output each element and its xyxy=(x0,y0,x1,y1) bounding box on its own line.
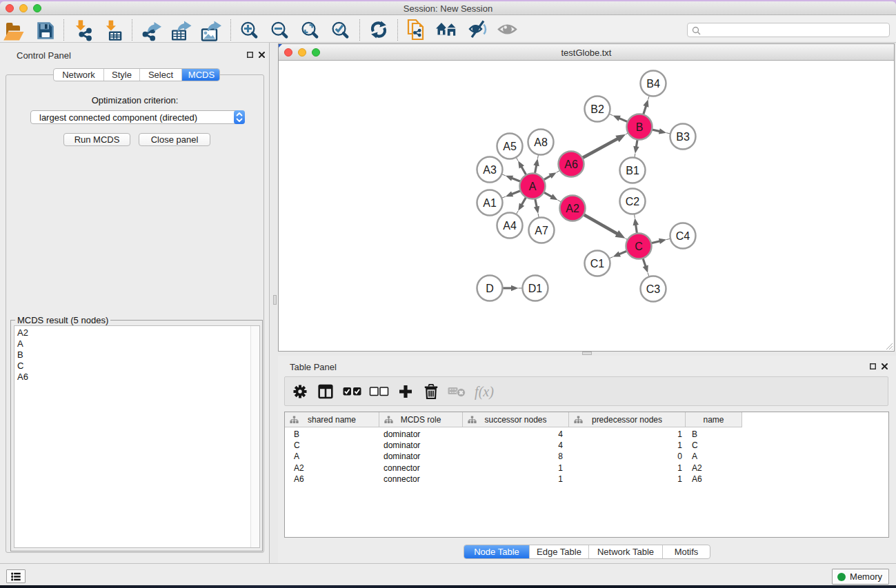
graph-node-B1[interactable]: B1 xyxy=(620,158,646,183)
network-graph[interactable]: B4B2BB3B1A5A8A6A3AA1C2A2A4A7C4CC1C3DD1 xyxy=(279,61,894,352)
table-row[interactable]: A2connector11A2 xyxy=(285,463,888,474)
edge-B-B4[interactable] xyxy=(643,96,649,115)
table-row[interactable]: Cdominator41C xyxy=(285,440,888,451)
mcds-result-item[interactable]: A2 xyxy=(14,327,259,338)
zoom-selected-icon[interactable] xyxy=(328,17,352,42)
import-table-icon[interactable] xyxy=(101,17,126,42)
open-folder-icon[interactable] xyxy=(1,17,26,42)
search-input[interactable] xyxy=(687,23,890,37)
graph-node-C2[interactable]: C2 xyxy=(620,189,646,214)
column-header-successor-nodes[interactable]: successor nodes xyxy=(463,412,569,427)
export-image-icon[interactable] xyxy=(197,17,222,42)
hide-selected-icon[interactable] xyxy=(465,17,490,42)
table-row[interactable]: Bdominator41B xyxy=(285,429,888,440)
edge-B-B2[interactable] xyxy=(609,114,628,122)
resize-grip-icon[interactable] xyxy=(885,342,893,350)
graph-node-A1[interactable]: A1 xyxy=(477,190,503,216)
edge-C-C4[interactable] xyxy=(650,239,670,244)
checked-boxes-icon[interactable] xyxy=(341,380,364,403)
mcds-result-list[interactable]: A2ABCA6 xyxy=(14,325,260,548)
graph-node-A3[interactable]: A3 xyxy=(477,157,503,183)
graph-node-A7[interactable]: A7 xyxy=(529,218,555,243)
control-tab-select[interactable]: Select xyxy=(140,69,182,81)
task-history-button[interactable] xyxy=(6,569,26,583)
mcds-result-item[interactable]: B xyxy=(14,349,259,361)
graph-node-D1[interactable]: D1 xyxy=(523,276,548,301)
edge-B-B1[interactable] xyxy=(633,139,639,157)
edge-A-A1[interactable] xyxy=(502,190,521,198)
table-tab-network-table[interactable]: Network Table xyxy=(589,545,663,558)
close-panel-icon[interactable] xyxy=(259,52,265,58)
import-network-icon[interactable] xyxy=(70,17,95,42)
network-window-titlebar[interactable]: testGlobe.txt xyxy=(279,44,894,61)
edge-A-A7[interactable] xyxy=(534,198,539,217)
edge-D-D1[interactable] xyxy=(502,285,523,292)
graph-node-C3[interactable]: C3 xyxy=(641,276,666,302)
zoom-out-icon[interactable] xyxy=(267,17,292,42)
graph-node-A2[interactable]: A2 xyxy=(560,196,586,221)
run-mcds-button[interactable]: Run MCDS xyxy=(63,133,130,146)
memory-button[interactable]: Memory xyxy=(832,569,889,585)
graph-node-C1[interactable]: C1 xyxy=(585,251,610,276)
edge-A-A3[interactable] xyxy=(502,174,521,182)
control-tab-mcds[interactable]: MCDS xyxy=(182,69,220,81)
mcds-result-item[interactable]: A xyxy=(14,338,259,349)
zoom-fit-icon[interactable] xyxy=(297,17,322,42)
export-table-icon[interactable] xyxy=(168,17,192,42)
edge-C-C3[interactable] xyxy=(643,258,649,276)
vertical-split-handle[interactable] xyxy=(273,295,277,305)
table-row[interactable]: A6connector11A6 xyxy=(285,474,888,485)
edge-C-C2[interactable] xyxy=(633,214,639,234)
clone-network-icon[interactable] xyxy=(404,17,429,42)
graph-node-A5[interactable]: A5 xyxy=(497,134,523,159)
table-row[interactable]: Adominator80A xyxy=(285,451,888,462)
mcds-result-item[interactable]: C xyxy=(14,361,259,372)
graph-node-C4[interactable]: C4 xyxy=(670,223,696,249)
mcds-list-scrollbar[interactable] xyxy=(250,326,259,547)
close-panel-button[interactable]: Close panel xyxy=(139,133,210,146)
edge-A-A8[interactable] xyxy=(533,155,539,174)
edge-B-B3[interactable] xyxy=(651,128,670,134)
gear-icon[interactable] xyxy=(288,380,312,403)
column-header-name[interactable]: name xyxy=(686,412,742,427)
graph-node-B2[interactable]: B2 xyxy=(585,97,610,122)
graph-node-A8[interactable]: A8 xyxy=(528,130,554,155)
graph-node-B[interactable]: B xyxy=(627,114,653,140)
trash-icon[interactable] xyxy=(419,380,443,403)
horizontal-split-handle[interactable] xyxy=(582,352,592,355)
edge-A-A4[interactable] xyxy=(517,196,527,214)
export-network-icon[interactable] xyxy=(139,17,163,42)
graph-node-B3[interactable]: B3 xyxy=(670,124,696,150)
edge-A-A6[interactable] xyxy=(543,170,559,180)
columns-icon[interactable] xyxy=(314,380,337,403)
optimization-dropdown[interactable]: largest connected component (directed) xyxy=(30,110,245,124)
show-all-icon[interactable] xyxy=(495,17,520,42)
graph-node-C[interactable]: C xyxy=(626,234,652,259)
table-tab-node-table[interactable]: Node Table xyxy=(464,545,530,558)
unchecked-boxes-icon[interactable] xyxy=(368,380,391,403)
graph-node-A4[interactable]: A4 xyxy=(497,213,523,239)
column-header-shared-name[interactable]: shared name xyxy=(285,412,379,427)
control-tab-network[interactable]: Network xyxy=(54,69,104,81)
first-neighbors-icon[interactable] xyxy=(435,17,459,42)
graph-node-B4[interactable]: B4 xyxy=(641,71,666,97)
graph-node-D[interactable]: D xyxy=(477,276,503,301)
plus-icon[interactable] xyxy=(394,380,417,403)
edge-A-A5[interactable] xyxy=(516,158,526,176)
control-tab-style[interactable]: Style xyxy=(104,69,140,81)
column-header-MCDS-role[interactable]: MCDS role xyxy=(379,412,463,427)
table-tab-edge-table[interactable]: Edge Table xyxy=(530,545,589,558)
zoom-in-icon[interactable] xyxy=(237,17,261,42)
mcds-result-item[interactable]: A6 xyxy=(14,372,259,383)
float-panel-icon[interactable] xyxy=(247,52,253,58)
edge-C-C1[interactable] xyxy=(610,251,628,258)
close-table-panel-icon[interactable] xyxy=(882,363,888,369)
edge-A2-C[interactable] xyxy=(583,214,627,240)
graph-node-A[interactable]: A xyxy=(520,174,546,199)
column-header-predecessor-nodes[interactable]: predecessor nodes xyxy=(569,412,686,427)
edge-A6-B[interactable] xyxy=(581,133,628,159)
float-table-panel-icon[interactable] xyxy=(870,363,876,369)
edge-A-A2[interactable] xyxy=(543,192,561,201)
refresh-icon[interactable] xyxy=(366,17,391,42)
graph-node-A6[interactable]: A6 xyxy=(559,152,584,177)
